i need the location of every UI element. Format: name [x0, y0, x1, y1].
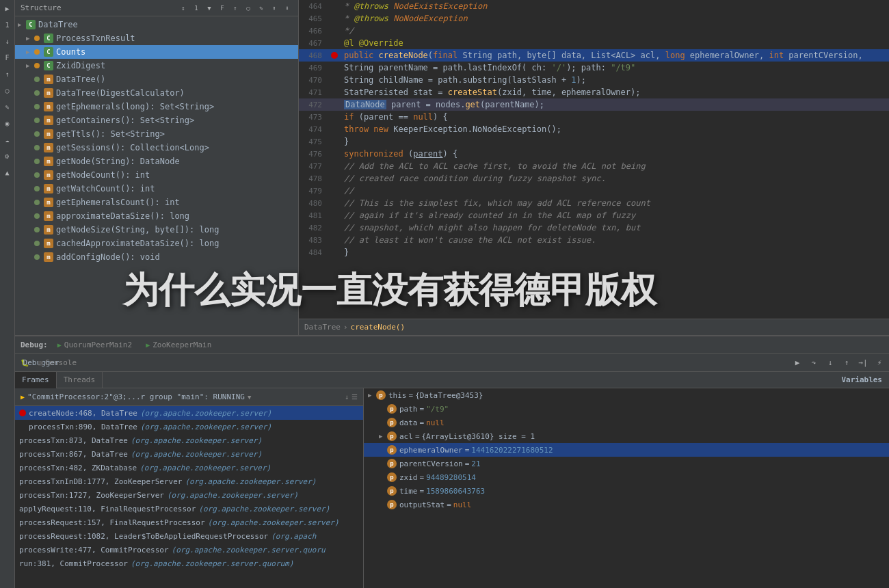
- tree-item-getephemeralscount[interactable]: m getEphemeralsCount(): int: [15, 196, 298, 209]
- var-item-ephemeralowner[interactable]: p ephemeralOwner = 144162022271680512: [364, 443, 889, 457]
- tree-arrow-datatree: ▶: [18, 21, 26, 28]
- sidebar-icon-triangle[interactable]: ▲: [2, 167, 13, 178]
- dot-green-approximatedatasize: [34, 213, 40, 219]
- frame-item-processtxn867[interactable]: processTxn:867, DataTree (org.apache.zoo…: [15, 447, 363, 461]
- var-val-outputstat: null: [453, 500, 472, 509]
- var-item-outputstat[interactable]: p outputStat = null: [364, 498, 889, 511]
- line-content-474: throw new KeeperException.NoNodeExceptio…: [341, 124, 889, 134]
- frame-item-createnode[interactable]: createNode:468, DataTree (org.apache.zoo…: [15, 406, 363, 420]
- btn-resume[interactable]: ▶: [791, 356, 804, 370]
- frame-item-processtxn890[interactable]: processTxn:890, DataTree (org.apache.zoo…: [15, 420, 363, 433]
- frame-item-run381[interactable]: run:381, CommitProcessor (org.apache.zoo…: [15, 557, 363, 570]
- filter-icon-filter[interactable]: ☰: [351, 393, 358, 401]
- sidebar-icon-file[interactable]: F: [2, 52, 13, 63]
- btn-stepout[interactable]: ↑: [840, 356, 853, 370]
- sidebar-icon-num[interactable]: 1: [2, 19, 13, 30]
- line-num-478: 478: [299, 174, 328, 183]
- line-num-479: 479: [299, 187, 328, 196]
- var-item-path[interactable]: p path = "/t9": [364, 402, 889, 416]
- struct-btn-2[interactable]: 1: [191, 3, 202, 14]
- sidebar-icon-cloud[interactable]: ☁: [2, 134, 13, 145]
- var-item-zxid[interactable]: p zxid = 94489280514: [364, 470, 889, 484]
- frame-name-createnode: createNode:468, DataTree: [29, 409, 137, 418]
- var-icon-data: p: [387, 418, 397, 427]
- tree-item-getcontainers[interactable]: m getContainers(): Set<String>: [15, 113, 298, 127]
- var-eq-acl: =: [415, 432, 420, 441]
- struct-btn-6[interactable]: ○: [243, 3, 254, 14]
- sidebar-icon-gear[interactable]: ⚙: [2, 150, 13, 161]
- tree-item-datatree-ctor2[interactable]: m DataTree(DigestCalculator): [15, 86, 298, 100]
- frame-name-processtxn1727: processTxn:1727, ZooKeeperServer: [19, 491, 164, 500]
- tree-item-getephemerals[interactable]: m getEphemerals(long): Set<String>: [15, 100, 298, 113]
- filter-icon-down[interactable]: ↓: [345, 393, 349, 401]
- var-eq-path: =: [420, 405, 425, 414]
- line-content-472: DataNode parent = nodes.get(parentName);: [341, 100, 889, 109]
- struct-btn-5[interactable]: ↑: [230, 3, 241, 14]
- var-val-acl: {ArrayList@3610} size = 1: [422, 432, 535, 441]
- tree-item-getttls[interactable]: m getTtls(): Set<String>: [15, 127, 298, 141]
- debug-tab-zookeeper[interactable]: ▶ ZooKeeperMain: [142, 339, 215, 351]
- sidebar-icon-camera[interactable]: ◉: [2, 118, 13, 129]
- btn-stepinto[interactable]: ↓: [823, 356, 837, 370]
- var-icon-acl: p: [387, 431, 397, 441]
- tree-item-counts[interactable]: ▶ C Counts: [15, 45, 298, 59]
- tree-label-getnodesize: getNodeSize(String, byte[]): long: [56, 225, 219, 235]
- sidebar-icon-up[interactable]: ↑: [2, 68, 13, 79]
- tree-item-cachedapproximate[interactable]: m cachedApproximateDataSize(): long: [15, 237, 298, 250]
- tab-frames[interactable]: Frames: [15, 372, 57, 388]
- tree-item-getnodecount[interactable]: m getNodeCount(): int: [15, 168, 298, 182]
- btn-evaluate[interactable]: ⚡: [873, 356, 886, 370]
- tree-item-getwatchcount[interactable]: m getWatchCount(): int: [15, 182, 298, 196]
- sidebar-icon-play[interactable]: ▶: [2, 3, 13, 14]
- var-eq-data: =: [420, 418, 425, 427]
- tree-item-addconfignode[interactable]: m addConfigNode(): void: [15, 250, 298, 264]
- tree-item-getnodesize[interactable]: m getNodeSize(String, byte[]): long: [15, 223, 298, 237]
- line-content-473: if (parent == null) {: [341, 112, 889, 122]
- structure-tree: ▶ C DataTree ▶ C ProcessTxnResult ▶ C Co…: [15, 16, 298, 335]
- struct-btn-up[interactable]: ⬆: [269, 3, 280, 14]
- struct-btn-1[interactable]: ↕: [178, 3, 189, 14]
- frame-item-processtxn482[interactable]: processTxn:482, ZKDatabase (org.apache.z…: [15, 461, 363, 475]
- struct-btn-3[interactable]: ▼: [204, 3, 215, 14]
- tree-item-getnode[interactable]: m getNode(String): DataNode: [15, 155, 298, 168]
- struct-btn-7[interactable]: ✎: [256, 3, 267, 14]
- tab-threads[interactable]: Threads: [57, 372, 103, 388]
- frame-item-processtxn873[interactable]: processTxn:873, DataTree (org.apache.zoo…: [15, 433, 363, 447]
- dot-green-getwatchcount: [34, 186, 40, 191]
- btn-runtocursor[interactable]: →|: [856, 356, 870, 370]
- code-editor[interactable]: 464 * @throws NodeExistsException 465 * …: [299, 0, 889, 319]
- frame-item-processtxnindb[interactable]: processTxnInDB:1777, ZooKeeperServer (or…: [15, 475, 363, 488]
- tree-item-datatree-ctor1[interactable]: m DataTree(): [15, 72, 298, 86]
- frame-item-processrequest157[interactable]: processRequest:157, FinalRequestProcesso…: [15, 516, 363, 529]
- var-val-time: 1589860643763: [426, 487, 485, 496]
- line-num-474: 474: [299, 125, 328, 134]
- tree-item-zxiddigest[interactable]: ▶ C ZxidDigest: [15, 59, 298, 72]
- tree-item-getsessions[interactable]: m getSessions(): Collection<Long>: [15, 141, 298, 155]
- var-item-time[interactable]: p time = 1589860643763: [364, 484, 889, 498]
- frame-loc-processtxn890: (org.apache.zookeeper.server): [140, 423, 271, 431]
- tab-threads-label: Threads: [64, 375, 95, 384]
- debug-panel-console[interactable]: ▣ Console: [51, 355, 64, 371]
- var-val-parentcversion: 21: [471, 459, 480, 468]
- tree-label-approximatedatasize: approximateDataSize(): long: [56, 211, 189, 221]
- tree-icon-m-getephemerals: m: [44, 102, 53, 111]
- var-item-acl[interactable]: ▶ p acl = {ArrayList@3610} size = 1: [364, 429, 889, 443]
- frame-item-applyrequest[interactable]: applyRequest:110, FinalRequestProcessor …: [15, 502, 363, 516]
- tree-item-datatree[interactable]: ▶ C DataTree: [15, 18, 298, 31]
- breakpoint-468[interactable]: [331, 52, 338, 59]
- var-item-data[interactable]: p data = null: [364, 416, 889, 429]
- frame-item-processrequest1082[interactable]: processRequest:1082, Leader$ToBeAppliedR…: [15, 529, 363, 543]
- frame-item-processtxn1727[interactable]: processTxn:1727, ZooKeeperServer (org.ap…: [15, 488, 363, 502]
- struct-btn-4[interactable]: F: [217, 3, 228, 14]
- debug-tab-quorum[interactable]: ▶ QuorumPeerMain2: [53, 339, 136, 351]
- frame-item-processwrite[interactable]: processWrite:477, CommitProcessor (org.a…: [15, 543, 363, 557]
- sidebar-icon-circle[interactable]: ○: [2, 85, 13, 96]
- tree-item-processtxnresult[interactable]: ▶ C ProcessTxnResult: [15, 31, 298, 45]
- var-item-parentcversion[interactable]: p parentCVersion = 21: [364, 457, 889, 470]
- sidebar-icon-edit[interactable]: ✎: [2, 101, 13, 112]
- tree-item-approximatedatasize[interactable]: m approximateDataSize(): long: [15, 209, 298, 223]
- struct-btn-dn[interactable]: ⬇: [282, 3, 293, 14]
- var-item-this[interactable]: ▶ p this = {DataTree@3453}: [364, 388, 889, 402]
- sidebar-icon-down[interactable]: ↓: [2, 36, 13, 46]
- btn-stepover[interactable]: ↷: [807, 356, 821, 370]
